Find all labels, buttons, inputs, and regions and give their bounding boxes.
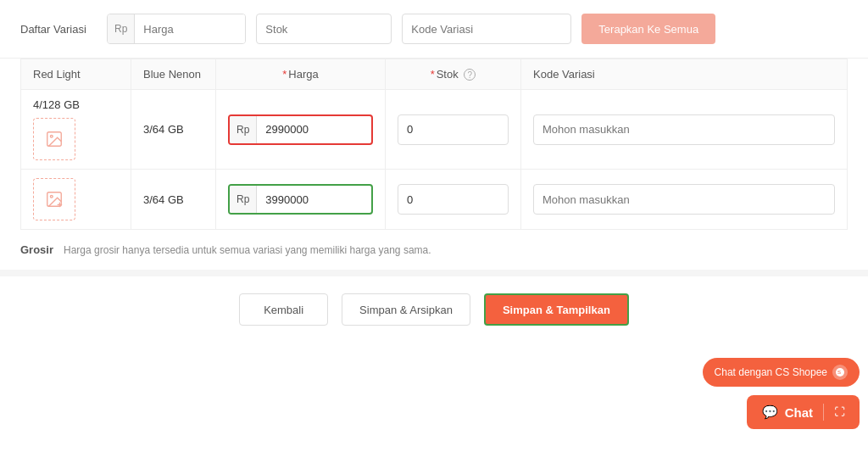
harga-required-star: * (282, 68, 287, 81)
svg-text:S: S (837, 370, 841, 375)
harga-header-label: Harga (288, 68, 318, 81)
cs-shopee-icon: S (832, 365, 848, 380)
harga-input[interactable] (135, 14, 245, 43)
blue-nenon-value-row1: 3/64 GB (131, 90, 216, 170)
stok-input-row2[interactable] (398, 184, 509, 215)
svg-point-1 (50, 135, 53, 137)
image-upload-row2[interactable] (33, 178, 75, 220)
price-prefix-row2: Rp (230, 186, 257, 213)
kode-cell-row1 (521, 90, 848, 170)
stok-cell-row1 (386, 90, 521, 170)
terapkan-ke-semua-button[interactable]: Terapkan Ke Semua (581, 14, 715, 44)
chat-cs-bubble[interactable]: Chat dengan CS Shopee S (703, 358, 860, 387)
blue-nenon-value-row2: 3/64 GB (131, 170, 216, 230)
variasi-table: Red Light Blue Nenon *Harga *Stok ? Kode… (20, 59, 848, 230)
table-row: 4/128 GB 3/64 GB (21, 90, 848, 170)
header-stok: *Stok ? (386, 59, 521, 90)
section-divider (0, 270, 868, 276)
price-input-wrapper-row2: Rp (228, 184, 373, 215)
price-prefix-row1: Rp (230, 116, 257, 143)
header-kode-variasi: Kode Variasi (521, 59, 848, 90)
price-input-wrapper-row1: Rp (228, 114, 373, 145)
stok-input[interactable] (256, 14, 392, 44)
top-bar: Daftar Variasi Rp Terapkan Ke Semua (0, 0, 868, 59)
chat-icon: 💬 (762, 404, 778, 420)
stok-help-icon[interactable]: ? (464, 69, 476, 81)
header-blue-nenon: Blue Nenon (131, 59, 216, 90)
price-input-row1[interactable] (257, 116, 359, 143)
harga-cell-row2: Rp (216, 170, 386, 230)
red-light-value-row2 (21, 170, 131, 230)
kode-input-row1[interactable] (533, 114, 835, 145)
harga-input-group: Rp (107, 14, 246, 44)
chat-cs-label: Chat dengan CS Shopee (715, 366, 827, 378)
grosir-label: Grosir (20, 243, 53, 256)
simpan-arsip-button[interactable]: Simpan & Arsipkan (342, 293, 470, 326)
variasi-table-section: Red Light Blue Nenon *Harga *Stok ? Kode… (0, 59, 868, 230)
harga-cell-row1: Rp (216, 90, 386, 170)
image-upload-row1[interactable] (33, 118, 75, 160)
header-red-light: Red Light (21, 59, 131, 90)
price-input-row2[interactable] (257, 186, 359, 213)
harga-prefix: Rp (108, 14, 135, 43)
kembali-button[interactable]: Kembali (239, 293, 328, 326)
stok-input-row1[interactable] (398, 114, 509, 145)
kode-input-row2[interactable] (533, 184, 835, 215)
chat-button-divider (823, 404, 824, 421)
header-harga: *Harga (216, 59, 386, 90)
red-light-value-row1: 4/128 GB (21, 90, 131, 170)
simpan-tampilkan-button[interactable]: Simpan & Tampilkan (484, 293, 629, 326)
expand-icon: ⛶ (834, 406, 844, 418)
grosir-section: Grosir Harga grosir hanya tersedia untuk… (0, 230, 868, 270)
footer-bar: Kembali Simpan & Arsipkan Simpan & Tampi… (0, 276, 868, 343)
stok-header-label: Stok (437, 68, 459, 81)
stok-cell-row2 (386, 170, 521, 230)
chat-button[interactable]: 💬 Chat ⛶ (747, 395, 860, 429)
chat-label: Chat (785, 405, 813, 420)
stok-required-star: * (431, 68, 435, 81)
daftar-variasi-label: Daftar Variasi (20, 23, 97, 36)
table-row: 3/64 GB Rp (21, 170, 848, 230)
kode-variasi-input[interactable] (402, 14, 571, 44)
grosir-description: Harga grosir hanya tersedia untuk semua … (64, 244, 431, 256)
kode-cell-row2 (521, 170, 848, 230)
svg-point-3 (50, 195, 53, 198)
